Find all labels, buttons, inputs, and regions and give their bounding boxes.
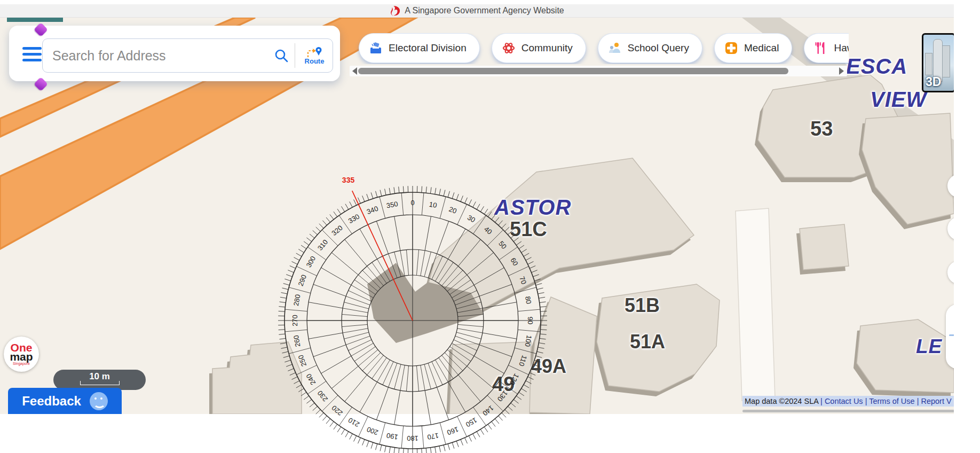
protractor-degree-label: 190 [386,431,399,441]
search-box: Route [42,38,333,73]
search-card: Route [9,26,340,81]
category-label: Medical [744,42,779,54]
category-school-query[interactable]: School Query [598,33,702,63]
attribution-link-report-v[interactable]: Report V [921,397,951,405]
view-3d-button[interactable]: 3D [922,33,954,92]
map-label-49a: 49A [531,357,566,376]
scroll-left-arrow-icon[interactable] [352,67,357,75]
building [800,224,849,270]
feedback-button[interactable]: Feedback [8,388,122,414]
separator: | [863,397,870,405]
map-scale: 10 m [53,370,146,390]
map-label-view: VIEW [870,89,927,110]
scale-bracket [80,381,120,385]
route-label: Route [305,57,325,65]
gov-banner-text: A Singapore Government Agency Website [405,6,564,15]
map-label-53: 53 [810,119,833,139]
separator: | [818,397,825,405]
onemap-logo[interactable]: One map Singapore [4,337,39,372]
route-icon [306,46,322,58]
page-content: A Singapore Government Agency Website ES… [0,0,954,453]
route-button[interactable]: Route [299,46,333,65]
building [212,342,302,414]
map-label-51c: 51C [510,219,547,239]
logo-map: map [10,352,33,361]
search-icon[interactable] [273,48,289,64]
horizontal-scrollbar-thumb[interactable] [742,410,954,412]
category-electoral-division[interactable]: Electoral Division [359,33,480,63]
building [736,208,775,401]
smiley-icon [90,392,108,410]
building-3d-shape [942,45,950,77]
view-3d-label: 3D [926,75,941,89]
hawker-icon [814,41,828,55]
medical-icon [724,41,738,55]
attribution-link-contact-us[interactable]: Contact Us [825,397,863,405]
category-label: School Query [628,42,689,54]
building-3d-shape [925,53,932,75]
category-label: Hawker [834,42,849,54]
protractor-degree-label: 200 [366,425,380,437]
map-attribution: Map data ©2024 SLA | Contact Us | Terms … [742,396,954,407]
category-pills-row: Electoral DivisionCommunitySchool QueryM… [352,33,849,64]
building [449,342,531,414]
zoom-out-dash-icon[interactable] [949,334,954,336]
category-hawker[interactable]: Hawker [804,33,849,63]
building [424,158,694,311]
logo-singapore: Singapore [13,362,30,365]
category-scrollbar-thumb[interactable] [358,68,788,74]
category-medical[interactable]: Medical [714,33,792,63]
divider [295,43,295,68]
menu-button[interactable] [22,47,42,62]
lion-crest-icon [390,5,400,17]
separator: | [915,397,921,405]
search-input[interactable] [43,48,273,64]
category-community[interactable]: Community [492,33,586,63]
protractor-degree-label: 150 [464,416,478,429]
gov-banner: A Singapore Government Agency Website [0,4,954,18]
protractor-degree-label: 160 [446,425,460,437]
map-zoom-pill[interactable] [946,304,954,369]
community-icon [502,41,516,55]
ballot-box-icon [369,41,383,55]
building [862,113,954,224]
scroll-right-arrow-icon[interactable] [839,67,844,75]
map-label-esca: ESCA [846,56,907,77]
category-label: Electoral Division [389,42,467,54]
scale-label: 10 m [89,371,110,382]
protractor-degree-label: 180 [407,434,418,442]
map-label-astor: ASTOR [494,197,571,218]
category-scrollbar [350,66,847,76]
protractor-degree-label: 170 [426,431,439,441]
school-icon [608,41,622,55]
attribution-text: Map data ©2024 SLA [745,397,818,405]
onemap-app: A Singapore Government Agency Website ES… [0,0,980,453]
protractor-degree-label: 210 [347,416,361,429]
attribution-link-terms-of-use[interactable]: Terms of Use [869,397,914,405]
map-path-teal [7,18,63,22]
map-label-49: 49 [492,374,515,394]
category-label: Community [521,42,573,54]
feedback-label: Feedback [22,394,81,409]
map-label-51a: 51A [630,332,665,352]
map-label-le: LE [916,337,942,356]
map-label-51b: 51B [625,296,660,315]
